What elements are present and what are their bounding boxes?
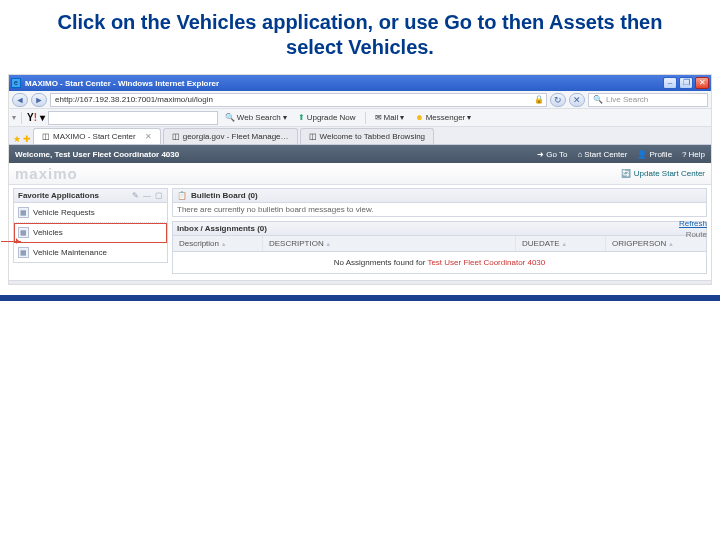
refresh-button[interactable]: ↻: [550, 93, 566, 107]
app-icon: ▦: [18, 247, 29, 258]
inbox-empty-row: No Assignments found for Test User Fleet…: [172, 252, 707, 274]
tab-label: MAXIMO - Start Center: [53, 132, 136, 141]
bulletin-icon: 📋: [177, 191, 187, 200]
fav-vehicle-maintenance[interactable]: ▦ Vehicle Maintenance: [14, 243, 167, 262]
col-duedate[interactable]: DUEDATE: [516, 236, 606, 251]
tab-welcome[interactable]: ◫ Welcome to Tabbed Browsing: [300, 128, 435, 144]
search-icon: 🔍: [593, 95, 603, 104]
mail-button[interactable]: ✉Mail ▾: [371, 111, 409, 125]
callout-arrow: [1, 241, 21, 242]
window-title: MAXIMO - Start Center - Windows Internet…: [25, 79, 663, 88]
maximo-nav-links: ➜Go To ⌂Start Center 👤Profile ?Help: [537, 150, 705, 159]
favorites-header: Favorite Applications ✎ — ▢: [13, 188, 168, 203]
goto-icon: ➜: [537, 150, 544, 159]
favorites-star-icon[interactable]: ★: [13, 134, 21, 144]
app-icon: ▦: [18, 207, 29, 218]
route-link[interactable]: Route: [679, 230, 707, 239]
upgrade-button[interactable]: ⬆Upgrade Now: [294, 111, 360, 125]
maximo-header: Welcome, Test User Fleet Coordinator 403…: [9, 145, 711, 163]
slide-title: Click on the Vehicles application, or us…: [0, 0, 720, 74]
browser-search-box[interactable]: 🔍 Live Search: [588, 93, 708, 107]
close-button[interactable]: ✕: [695, 77, 709, 89]
ie-statusbar: [9, 280, 711, 284]
maximize-button[interactable]: ❐: [679, 77, 693, 89]
ie-logo-icon: e: [11, 78, 21, 88]
maximo-body: Favorite Applications ✎ — ▢ ▦ Vehicle Re…: [9, 185, 711, 280]
lock-icon: 🔒: [534, 95, 544, 104]
slide-footer-strip: [0, 295, 720, 301]
screenshot-container: e MAXIMO - Start Center - Windows Intern…: [8, 74, 712, 285]
help-link[interactable]: ?Help: [682, 150, 705, 159]
minimize-button[interactable]: –: [663, 77, 677, 89]
favorites-portlet: Favorite Applications ✎ — ▢ ▦ Vehicle Re…: [13, 188, 168, 274]
bulletin-body: There are currently no bulletin board me…: [172, 202, 707, 217]
tab-label: Welcome to Tabbed Browsing: [320, 132, 426, 141]
home-icon: ⌂: [577, 150, 582, 159]
stop-button[interactable]: ✕: [569, 93, 585, 107]
refresh-link[interactable]: Refresh: [679, 219, 707, 228]
no-assign-text: No Assignments found for: [334, 258, 428, 267]
magnifier-icon: 🔍: [225, 113, 235, 122]
profile-link[interactable]: 👤Profile: [637, 150, 672, 159]
expand-icon[interactable]: ▢: [155, 191, 163, 200]
address-bar[interactable]: e http://167.192.38.210:7001/maximo/ui/l…: [50, 93, 547, 107]
refresh-icon: 🔄: [621, 169, 631, 178]
favorites-list: ▦ Vehicle Requests ▦ Vehicles ▦ Vehicle …: [13, 203, 168, 263]
profile-icon: 👤: [637, 150, 647, 159]
web-search-button[interactable]: 🔍Web Search ▾: [221, 111, 291, 125]
fav-vehicle-requests[interactable]: ▦ Vehicle Requests: [14, 203, 167, 223]
page-icon: ◫: [172, 132, 180, 141]
yahoo-logo-icon[interactable]: Y! ▾: [27, 112, 45, 123]
messenger-button[interactable]: ☻Messenger ▾: [411, 111, 475, 125]
window-controls: – ❐ ✕: [663, 77, 709, 89]
tab-label: georgia.gov - Fleet Manage…: [183, 132, 289, 141]
inbox-header: Inbox / Assignments (0): [172, 221, 707, 236]
update-start-center-link[interactable]: 🔄 Update Start Center: [621, 169, 705, 178]
close-tab-icon[interactable]: ✕: [145, 132, 152, 141]
fav-label: Vehicle Requests: [33, 208, 95, 217]
inbox-side-links: Refresh Route: [679, 219, 707, 239]
search-placeholder: Live Search: [606, 95, 648, 104]
yahoo-search-input[interactable]: [48, 111, 218, 125]
inbox-columns: Description DESCRIPTION DUEDATE ORIGPERS…: [172, 236, 707, 252]
separator: [365, 112, 366, 124]
fav-label: Vehicles: [33, 228, 63, 237]
tab-georgia[interactable]: ◫ georgia.gov - Fleet Manage…: [163, 128, 298, 144]
no-assign-user: Test User Fleet Coordinator 4030: [427, 258, 545, 267]
fav-label: Vehicle Maintenance: [33, 248, 107, 257]
forward-button[interactable]: ►: [31, 93, 47, 107]
add-favorite-icon[interactable]: ✚: [23, 134, 31, 144]
back-button[interactable]: ◄: [12, 93, 28, 107]
tab-maximo[interactable]: ◫ MAXIMO - Start Center ✕: [33, 128, 161, 144]
goto-link[interactable]: ➜Go To: [537, 150, 567, 159]
bulletin-title: Bulletin Board (0): [191, 191, 702, 200]
app-icon: ▦: [18, 227, 29, 238]
maximo-brand-row: maximo 🔄 Update Start Center: [9, 163, 711, 185]
page-icon: ◫: [309, 132, 317, 141]
separator: [21, 112, 22, 124]
inbox-title: Inbox / Assignments (0): [177, 224, 702, 233]
favorites-title: Favorite Applications: [18, 191, 132, 200]
messenger-icon: ☻: [415, 113, 423, 122]
url-text: http://167.192.38.210:7001/maximo/ui/log…: [59, 95, 212, 104]
edit-icon[interactable]: ✎: [132, 191, 139, 200]
ie-nav-row: ◄ ► e http://167.192.38.210:7001/maximo/…: [9, 91, 711, 109]
ie-titlebar: e MAXIMO - Start Center - Windows Intern…: [9, 75, 711, 91]
welcome-text: Welcome, Test User Fleet Coordinator 403…: [15, 150, 527, 159]
mail-icon: ✉: [375, 113, 382, 122]
start-center-link[interactable]: ⌂Start Center: [577, 150, 627, 159]
col-description2[interactable]: DESCRIPTION: [263, 236, 516, 251]
maximo-logo: maximo: [15, 165, 78, 182]
right-column: 📋 Bulletin Board (0) There are currently…: [172, 188, 707, 274]
bulletin-message: There are currently no bulletin board me…: [177, 205, 374, 214]
yahoo-toolbar: ▾ Y! ▾ 🔍Web Search ▾ ⬆Upgrade Now ✉Mail …: [9, 109, 711, 127]
inbox-portlet: Inbox / Assignments (0) Description DESC…: [172, 221, 707, 274]
minimize-icon[interactable]: —: [143, 191, 151, 200]
page-icon: ◫: [42, 132, 50, 141]
fav-vehicles[interactable]: ▦ Vehicles: [14, 223, 167, 243]
col-description[interactable]: Description: [173, 236, 263, 251]
ie-tabstrip: ★ ✚ ◫ MAXIMO - Start Center ✕ ◫ georgia.…: [9, 127, 711, 145]
bulletin-header: 📋 Bulletin Board (0): [172, 188, 707, 203]
arrow-up-icon: ⬆: [298, 113, 305, 122]
chevron-down-icon[interactable]: ▾: [12, 113, 16, 122]
